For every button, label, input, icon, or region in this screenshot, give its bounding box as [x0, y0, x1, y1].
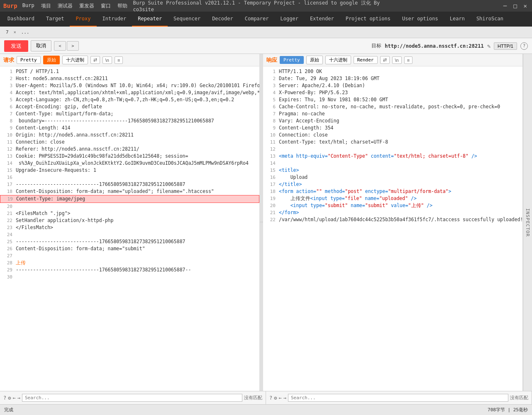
- response-panel: 响应 Pretty 原始 十六进制 Render ⇄ \n ≡ 1HTTP/1.…: [263, 54, 523, 391]
- back-button[interactable]: ＜: [54, 41, 66, 51]
- tab-user-options[interactable]: User options: [396, 12, 444, 27]
- req-line-24: 24: [0, 231, 259, 238]
- req-line-30: 30: [0, 273, 259, 281]
- res-line-9: 9Content-Length: 354: [263, 124, 522, 132]
- req-line-26: 26Content-Disposition: form-data; name="…: [0, 245, 259, 252]
- req-line-28: 28上传: [0, 259, 259, 266]
- sub-tab-7[interactable]: 7: [2, 29, 12, 36]
- right-settings-icon[interactable]: ⚙: [274, 395, 277, 401]
- panel-divider: ⋮: [260, 54, 263, 391]
- app-logo: Burp: [3, 2, 17, 9]
- tab-intruder[interactable]: Intruder: [97, 12, 132, 27]
- left-forward-icon[interactable]: →: [17, 395, 20, 401]
- tab-decoder[interactable]: Decoder: [206, 12, 239, 27]
- sub-tab-close-7[interactable]: ×: [14, 30, 16, 34]
- tab-comparer[interactable]: Comparer: [239, 12, 275, 27]
- left-search-input[interactable]: [22, 394, 242, 402]
- left-search-bar: ? ⚙ ← → 没有匹配: [0, 391, 266, 404]
- menu-tester[interactable]: 测试器: [58, 2, 73, 10]
- req-line-11: 11Connection: close: [0, 139, 259, 146]
- res-line-15: 15<title>: [263, 167, 522, 174]
- left-help-icon[interactable]: ?: [3, 395, 6, 401]
- response-panel-header: 响应 Pretty 原始 十六进制 Render ⇄ \n ≡: [263, 54, 522, 66]
- nav-arrows: ＜ ＞: [54, 41, 79, 51]
- res-line-3: 3Server: Apache/2.4.10 (Debian): [263, 82, 522, 89]
- req-line-29: 29-----------------------------176658059…: [0, 266, 259, 273]
- request-hex-btn[interactable]: 十六进制: [62, 56, 88, 64]
- res-line-10: 10Connection: close: [263, 132, 522, 139]
- right-back-icon[interactable]: ←: [278, 395, 281, 401]
- req-line-15: 15Upgrade-Insecure-Requests: 1: [0, 167, 259, 174]
- window-controls: ─ □ ✕: [502, 2, 529, 9]
- title-bar: Burp Burp 项目 测试器 重发器 窗口 帮助 Burp Suite Pr…: [0, 0, 532, 12]
- res-line-14: 14: [263, 160, 522, 167]
- tab-sequencer[interactable]: Sequencer: [168, 12, 206, 27]
- req-line-9: 9Content-Length: 414: [0, 124, 259, 132]
- response-hex-btn[interactable]: 十六进制: [325, 56, 351, 64]
- right-help-icon[interactable]: ?: [269, 395, 272, 401]
- tab-shiroscan[interactable]: ShiroScan: [471, 12, 509, 27]
- tab-logger[interactable]: Logger: [275, 12, 304, 27]
- minimize-button[interactable]: ─: [502, 2, 508, 9]
- menu-window[interactable]: 窗口: [101, 2, 111, 10]
- tab-dashboard[interactable]: Dashboard: [2, 12, 40, 27]
- menu-help[interactable]: 帮助: [117, 2, 127, 10]
- edit-target-icon[interactable]: ✎: [487, 43, 491, 49]
- req-line-13: 13Cookie: PHPSESSID=29da91c49bc98fa21dd5…: [0, 153, 259, 160]
- req-line-19: 19Content-Type: image/jpeg: [0, 195, 259, 203]
- response-render-btn[interactable]: Render: [354, 56, 378, 64]
- http-version-button[interactable]: HTTP/1: [494, 42, 517, 50]
- tab-extender[interactable]: Extender: [304, 12, 340, 27]
- right-forward-icon[interactable]: →: [283, 395, 286, 401]
- response-ln-btn[interactable]: \n: [392, 56, 402, 64]
- response-wrap-btn[interactable]: ⇄: [380, 56, 390, 64]
- req-line-5: 5Accept-Language: zh-CN,zh;q=0.8,zh-TW;q…: [0, 96, 259, 103]
- req-line-22: 22SetHandler application/x-httpd-php: [0, 217, 259, 224]
- req-line-21: 21<FilesMatch ".jpg">: [0, 210, 259, 217]
- right-no-match: 没有匹配: [510, 395, 528, 401]
- menu-project[interactable]: 项目: [41, 2, 51, 10]
- request-ln-btn[interactable]: \n: [102, 56, 112, 64]
- tab-repeater[interactable]: Repeater: [132, 12, 168, 27]
- request-menu-btn[interactable]: ≡: [115, 56, 123, 64]
- request-wrap-btn[interactable]: ⇄: [90, 56, 100, 64]
- request-pretty-btn[interactable]: Pretty: [17, 56, 41, 64]
- inspector-label: INSPECTOR: [525, 208, 530, 237]
- tab-proxy[interactable]: Proxy: [70, 12, 96, 27]
- forward-button[interactable]: ＞: [67, 41, 79, 51]
- status-bar: 完成 708字节 | 25毫秒: [0, 404, 532, 415]
- help-icon[interactable]: ?: [520, 42, 528, 50]
- close-button[interactable]: ✕: [522, 2, 529, 9]
- right-search-input[interactable]: [288, 394, 508, 402]
- res-line-8: 8Vary: Accept-Encoding: [263, 117, 522, 124]
- request-raw-btn[interactable]: 原始: [43, 56, 60, 64]
- title-bar-left: Burp Burp 项目 测试器 重发器 窗口 帮助: [3, 2, 127, 10]
- inspector-sidebar[interactable]: INSPECTOR: [523, 54, 532, 391]
- cancel-button[interactable]: 取消: [31, 40, 51, 51]
- left-settings-icon[interactable]: ⚙: [8, 395, 11, 401]
- left-no-match: 没有匹配: [244, 395, 262, 401]
- maximize-button[interactable]: □: [512, 2, 518, 9]
- menu-repeater[interactable]: 重发器: [79, 2, 94, 10]
- response-menu-btn[interactable]: ≡: [404, 56, 412, 64]
- tab-target[interactable]: Target: [40, 12, 70, 27]
- menu-burp[interactable]: Burp: [22, 2, 34, 10]
- tab-project-options[interactable]: Project options: [340, 12, 396, 27]
- toolbar: 发送 取消 ＜ ＞ 目标 http://node5.anna.nssctf.cn…: [0, 38, 532, 54]
- send-button[interactable]: 发送: [4, 40, 28, 52]
- tab-learn[interactable]: Learn: [444, 12, 471, 27]
- target-label: 目标: [371, 42, 381, 49]
- status-left: 完成: [4, 407, 13, 413]
- request-title: 请求: [3, 56, 14, 64]
- left-back-icon[interactable]: ←: [12, 395, 15, 401]
- res-line-2: 2Date: Tue, 29 Aug 2023 18:19:06 GMT: [263, 75, 522, 82]
- response-raw-btn[interactable]: 原始: [306, 56, 323, 64]
- req-line-3: 3User-Agent: Mozilla/5.0 (Windows NT 10.…: [0, 82, 259, 89]
- response-pretty-btn[interactable]: Pretty: [280, 56, 304, 64]
- res-line-1: 1HTTP/1.1 200 OK: [263, 68, 522, 75]
- request-panel-header: 请求 Pretty 原始 十六进制 ⇄ \n ≡: [0, 54, 259, 66]
- response-code-area: 1HTTP/1.1 200 OK 2Date: Tue, 29 Aug 2023…: [263, 66, 522, 391]
- sub-tab-more[interactable]: ...: [18, 29, 33, 36]
- res-line-6: 6Cache-Control: no-store, no-cache, must…: [263, 103, 522, 110]
- res-line-5: 5Expires: Thu, 19 Nov 1981 08:52:00 GMT: [263, 96, 522, 103]
